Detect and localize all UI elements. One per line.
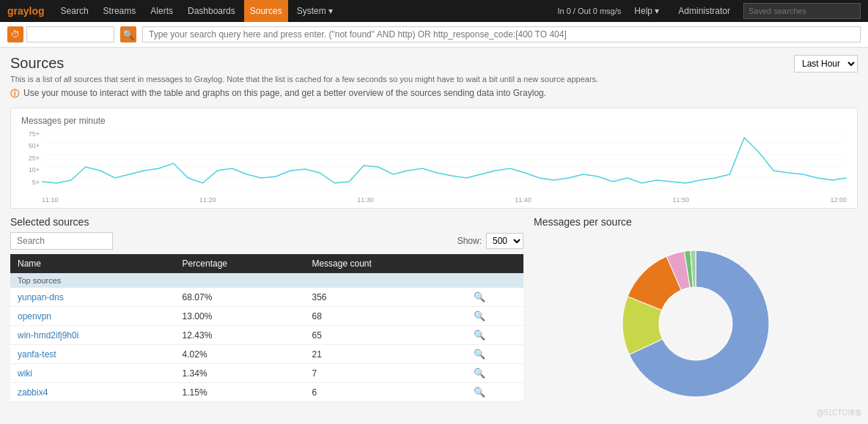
pie-container — [534, 232, 858, 408]
page-description: This is a list of all sources that sent … — [10, 75, 598, 83]
source-count: 68 — [304, 307, 466, 326]
search-query-input[interactable] — [142, 26, 861, 42]
table-row: zabbix4 1.15% 6 🔍 — [10, 383, 523, 402]
show-control: Show: 500 100 50 25 — [457, 233, 523, 249]
chart-y-labels: 75+ 50+ 25+ 10+ 5+ — [21, 130, 42, 190]
col-percentage: Percentage — [175, 254, 305, 273]
source-count: 65 — [304, 326, 466, 345]
col-count: Message count — [304, 254, 466, 273]
brand-logo: graylog — [7, 5, 45, 17]
table-row: win-hmd2ifj9h0i 12.43% 65 🔍 — [10, 326, 523, 345]
zoom-icon[interactable]: 🔍 — [474, 291, 485, 302]
time-range-select[interactable]: Last Hour — [794, 55, 858, 72]
source-percentage: 68.07% — [175, 288, 305, 307]
nav-right: In 0 / Out 0 msg/s Help ▾ Administrator — [557, 0, 861, 22]
source-zoom[interactable]: 🔍 — [466, 288, 523, 307]
source-name: win-hmd2ifj9h0i — [10, 326, 175, 345]
source-percentage: 12.43% — [175, 326, 305, 345]
pie-chart-svg — [611, 239, 780, 408]
chart-title: Messages per minute — [21, 116, 847, 126]
nav-alerts[interactable]: Alerts — [144, 0, 179, 22]
source-zoom[interactable]: 🔍 — [466, 345, 523, 364]
search-button[interactable]: 🔍 — [120, 26, 136, 42]
table-controls: Show: 500 100 50 25 — [10, 232, 523, 250]
page-title: Sources — [10, 55, 598, 72]
page-header-row: Sources This is a list of all sources th… — [10, 55, 858, 108]
zoom-icon[interactable]: 🔍 — [474, 310, 485, 321]
sources-table: Name Percentage Message count Top source… — [10, 254, 523, 402]
top-nav: graylog Search Streams Alerts Dashboards… — [0, 0, 868, 22]
chart-section: Messages per minute 75+ 50+ 25+ 10+ 5+ — [10, 108, 858, 209]
selected-sources-title: Selected sources — [10, 216, 523, 228]
bottom-section: Selected sources Show: 500 100 50 25 Nam — [10, 216, 858, 408]
source-percentage: 1.15% — [175, 383, 305, 402]
chart-container: 75+ 50+ 25+ 10+ 5+ — [21, 130, 847, 204]
source-zoom[interactable]: 🔍 — [466, 364, 523, 383]
chart-x-labels: 11:10 11:20 11:30 11:40 11:50 12:00 — [42, 190, 847, 204]
group-header: Top sources — [10, 273, 523, 288]
nav-user[interactable]: Administrator — [672, 0, 736, 22]
table-search-input[interactable] — [10, 232, 113, 250]
source-name: yunpan-dns — [10, 288, 175, 307]
source-link[interactable]: openvpn — [18, 311, 51, 321]
pie-section: Messages per source — [534, 216, 858, 408]
source-zoom[interactable]: 🔍 — [466, 326, 523, 345]
source-percentage: 1.34% — [175, 364, 305, 383]
source-link[interactable]: win-hmd2ifj9h0i — [18, 330, 78, 341]
source-link[interactable]: yanfa-test — [18, 349, 56, 360]
source-name: openvpn — [10, 307, 175, 326]
info-text: Use your mouse to interact with the tabl… — [23, 88, 546, 98]
chart-svg — [42, 130, 847, 190]
group-label: Top sources — [10, 273, 523, 288]
source-link[interactable]: zabbix4 — [18, 387, 48, 398]
source-zoom[interactable]: 🔍 — [466, 307, 523, 326]
nav-left: graylog Search Streams Alerts Dashboards… — [7, 0, 339, 22]
page-header-left: Sources This is a list of all sources th… — [10, 55, 598, 108]
main-content: Sources This is a list of all sources th… — [0, 48, 868, 415]
source-percentage: 4.02% — [175, 345, 305, 364]
search-bar-area: ⏱ Last Hour 🔍 — [0, 22, 868, 48]
source-count: 21 — [304, 345, 466, 364]
table-row: openvpn 13.00% 68 🔍 — [10, 307, 523, 326]
table-row: yunpan-dns 68.07% 356 🔍 — [10, 288, 523, 307]
info-icon: ⓘ — [10, 88, 19, 100]
source-name: yanfa-test — [10, 345, 175, 364]
nav-help[interactable]: Help ▾ — [628, 0, 665, 22]
zoom-icon[interactable]: 🔍 — [474, 368, 485, 379]
source-name: wiki — [10, 364, 175, 383]
pie-title: Messages per source — [534, 216, 858, 228]
table-section: Selected sources Show: 500 100 50 25 Nam — [10, 216, 523, 408]
table-row: yanfa-test 4.02% 21 🔍 — [10, 345, 523, 364]
table-row: wiki 1.34% 7 🔍 — [10, 364, 523, 383]
source-zoom[interactable]: 🔍 — [466, 383, 523, 402]
watermark: @51CTO博客 — [817, 408, 862, 415]
show-label: Show: — [457, 236, 482, 246]
nav-dashboards[interactable]: Dashboards — [182, 0, 241, 22]
time-selector-button[interactable]: ⏱ — [7, 26, 23, 42]
nav-system[interactable]: System ▾ — [291, 0, 339, 22]
show-select[interactable]: 500 100 50 25 — [486, 233, 523, 249]
source-count: 7 — [304, 364, 466, 383]
time-input[interactable]: Last Hour — [26, 26, 114, 42]
message-status: In 0 / Out 0 msg/s — [557, 7, 621, 15]
nav-streams[interactable]: Streams — [98, 0, 142, 22]
source-link[interactable]: yunpan-dns — [18, 292, 64, 302]
source-percentage: 13.00% — [175, 307, 305, 326]
source-name: zabbix4 — [10, 383, 175, 402]
source-count: 356 — [304, 288, 466, 307]
source-count: 6 — [304, 383, 466, 402]
zoom-icon[interactable]: 🔍 — [474, 349, 485, 360]
nav-search[interactable]: Search — [55, 0, 95, 22]
nav-sources[interactable]: Sources — [244, 0, 288, 22]
col-actions — [466, 254, 523, 273]
zoom-icon[interactable]: 🔍 — [474, 330, 485, 341]
saved-searches-input[interactable] — [743, 3, 861, 19]
source-link[interactable]: wiki — [18, 368, 32, 379]
col-name: Name — [10, 254, 175, 273]
zoom-icon[interactable]: 🔍 — [474, 387, 485, 398]
time-selector: ⏱ Last Hour — [7, 26, 114, 42]
info-box: ⓘ Use your mouse to interact with the ta… — [10, 88, 598, 100]
